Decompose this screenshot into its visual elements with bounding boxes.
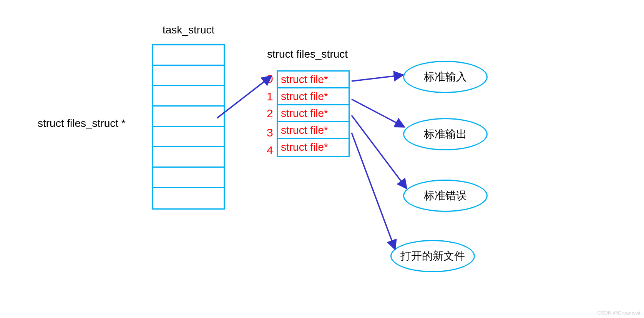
target-newfile-label: 打开的新文件 [400,249,465,263]
fd-index-1: 1 [267,90,273,103]
fd-array-box: struct file* struct file* struct file* s… [277,70,350,157]
fd-array-cell: struct file* [278,88,349,105]
fd-index-0: 0 [267,72,273,85]
task-struct-cell [153,127,224,147]
task-struct-cell [153,147,224,168]
task-struct-cell [153,188,224,208]
files-struct-title: struct files_struct [267,48,348,60]
svg-line-3 [352,115,407,188]
svg-line-0 [217,76,271,118]
target-stderr-label: 标准错误 [424,188,467,203]
fd-array-cell: struct file* [278,105,349,122]
target-stdout-label: 标准输出 [424,127,467,142]
target-stdout: 标准输出 [403,118,488,150]
fd-index-3: 3 [267,126,273,139]
target-stdin: 标准输入 [403,61,488,93]
task-struct-cell [153,107,224,127]
task-struct-cell [153,168,224,188]
task-struct-title: task_struct [163,24,214,36]
watermark: CSDN @Dreamswi [598,310,640,316]
task-struct-box [152,44,225,210]
svg-line-1 [352,75,403,81]
files-struct-pointer-label: struct files_struct * [38,117,126,130]
fd-array-cell: struct file* [278,122,349,139]
target-stderr: 标准错误 [403,180,488,212]
svg-line-4 [352,133,395,249]
fd-index-2: 2 [267,107,273,120]
target-stdin-label: 标准输入 [424,70,467,84]
target-newfile: 打开的新文件 [390,240,475,272]
fd-array-cell: struct file* [278,72,349,88]
task-struct-cell [153,66,224,86]
task-struct-cell [153,45,224,66]
fd-index-4: 4 [267,144,273,157]
task-struct-cell [153,86,224,107]
fd-array-cell: struct file* [278,139,349,156]
svg-line-2 [352,99,404,127]
